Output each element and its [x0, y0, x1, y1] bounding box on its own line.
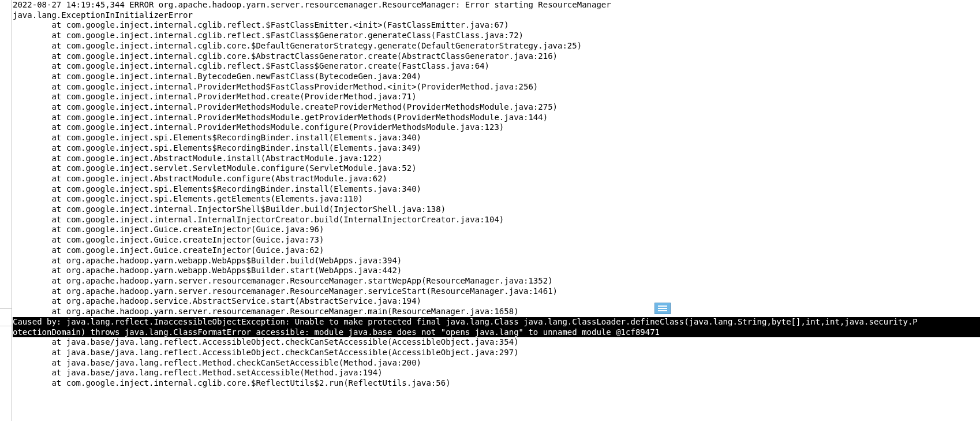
log-line: at org.apache.hadoop.yarn.webapp.WebApps… — [13, 256, 980, 266]
highlighted-log-line: otectionDomain) throws java.lang.ClassFo… — [13, 327, 980, 338]
log-line: at org.apache.hadoop.yarn.server.resourc… — [13, 276, 980, 286]
log-line: at com.google.inject.internal.cglib.refl… — [13, 61, 980, 72]
log-line: at java.base/java.lang.reflect.Method.ch… — [13, 358, 980, 368]
log-line: at com.google.inject.Guice.createInjecto… — [13, 235, 980, 245]
log-line: at com.google.inject.internal.cglib.core… — [13, 51, 980, 62]
highlighted-log-line: Caused by: java.lang.reflect.Inaccessibl… — [13, 317, 980, 327]
log-line: at com.google.inject.spi.Elements$Record… — [13, 184, 980, 195]
log-line: at org.apache.hadoop.yarn.server.resourc… — [13, 286, 980, 297]
log-line: at com.google.inject.internal.ProviderMe… — [13, 113, 980, 123]
log-line: at com.google.inject.internal.ProviderMe… — [13, 122, 980, 133]
log-line: at org.apache.hadoop.yarn.server.resourc… — [13, 307, 980, 317]
log-line: at com.google.inject.internal.cglib.refl… — [13, 31, 980, 41]
gutter-cell-1[interactable] — [0, 292, 12, 309]
log-line: at com.google.inject.AbstractModule.inst… — [13, 154, 980, 164]
log-line: java.lang.ExceptionInInitializerError — [13, 10, 980, 21]
log-line: at com.google.inject.internal.InternalIn… — [13, 215, 980, 225]
log-line: at com.google.inject.internal.cglib.refl… — [13, 20, 980, 31]
log-line: at org.apache.hadoop.service.AbstractSer… — [13, 296, 980, 307]
log-line: at com.google.inject.servlet.ServletModu… — [13, 163, 980, 174]
log-line: at com.google.inject.Guice.createInjecto… — [13, 245, 980, 256]
log-line: at com.google.inject.internal.ProviderMe… — [13, 92, 980, 102]
log-line: at com.google.inject.spi.Elements$Record… — [13, 133, 980, 143]
log-line: at java.base/java.lang.reflect.Accessibl… — [13, 337, 980, 348]
log-text-area[interactable]: 2022-08-27 14:19:45,344 ERROR org.apache… — [13, 0, 980, 421]
log-line: at com.google.inject.spi.Elements$Record… — [13, 143, 980, 154]
log-line: at com.google.inject.internal.ProviderMe… — [13, 82, 980, 92]
log-line: at java.base/java.lang.reflect.Method.se… — [13, 368, 980, 378]
log-line: at com.google.inject.internal.BytecodeGe… — [13, 72, 980, 82]
gutter-cell-2[interactable] — [0, 309, 12, 326]
log-line: at com.google.inject.internal.cglib.core… — [13, 378, 980, 389]
selection-marker-icon — [654, 303, 671, 314]
log-line: at com.google.inject.spi.Elements.getEle… — [13, 194, 980, 204]
log-line: at org.apache.hadoop.yarn.webapp.WebApps… — [13, 266, 980, 276]
log-line: at com.google.inject.internal.cglib.core… — [13, 41, 980, 51]
log-line: at com.google.inject.Guice.createInjecto… — [13, 225, 980, 235]
log-line: at com.google.inject.AbstractModule.conf… — [13, 174, 980, 184]
log-line: 2022-08-27 14:19:45,344 ERROR org.apache… — [13, 0, 980, 10]
log-line: at com.google.inject.internal.ProviderMe… — [13, 102, 980, 113]
log-line: at java.base/java.lang.reflect.Accessibl… — [13, 348, 980, 358]
left-gutter — [0, 0, 12, 421]
log-line: at com.google.inject.internal.InjectorSh… — [13, 204, 980, 215]
